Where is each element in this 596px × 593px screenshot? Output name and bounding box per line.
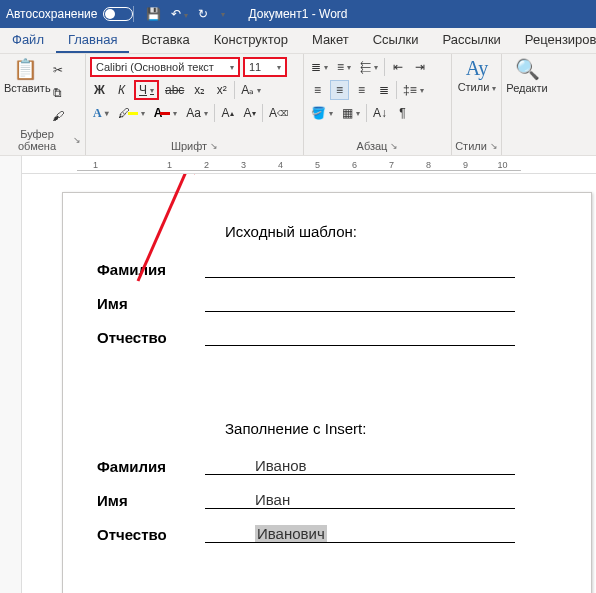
shading-icon[interactable]: 🪣▾ — [308, 103, 336, 123]
font-size-combo[interactable]: 11▾ — [243, 57, 287, 77]
tab-mailings[interactable]: Рассылки — [430, 28, 512, 53]
field-firstname-blank: Имя — [97, 292, 561, 312]
change-case-icon[interactable]: Aa▾ — [183, 103, 211, 123]
multilevel-icon[interactable]: ⬱▾ — [357, 57, 381, 77]
styles-label: Стили — [458, 81, 490, 93]
tab-home[interactable]: Главная — [56, 28, 129, 53]
ruler-mark: 3 — [225, 160, 262, 170]
label-firstname: Имя — [97, 492, 205, 509]
group-font: Calibri (Основной текст▾ 11▾ Ж К Ч▾ abc … — [86, 54, 304, 155]
autosave-label: Автосохранение — [6, 7, 97, 21]
styles-icon: Ay — [456, 57, 498, 80]
dialog-launcher-icon[interactable]: ↘ — [390, 141, 398, 151]
indent-left-icon[interactable]: ⇤ — [388, 57, 407, 77]
undo-icon[interactable]: ↶▾ — [171, 7, 188, 21]
align-right-icon[interactable]: ≡ — [352, 80, 371, 100]
cut-icon[interactable]: ✂ — [48, 60, 67, 80]
justify-icon[interactable]: ≣ — [374, 80, 393, 100]
dialog-launcher-icon[interactable]: ↘ — [490, 141, 498, 151]
ruler-mark: 2 — [188, 160, 225, 170]
label-lastname: Фамилия — [97, 458, 205, 475]
label-firstname: Имя — [97, 295, 205, 312]
font-family-combo[interactable]: Calibri (Основной текст▾ — [90, 57, 240, 77]
align-center-icon[interactable]: ≡ — [330, 80, 349, 100]
styles-button[interactable]: Ay Стили▾ — [456, 57, 498, 93]
clear-format-icon[interactable]: A⌫ — [266, 103, 291, 123]
page[interactable]: Исходный шаблон: Фамилия Имя Отчество За… — [62, 192, 592, 593]
superscript-button[interactable]: x² — [212, 80, 231, 100]
group-paragraph-label: Абзац — [357, 140, 388, 152]
toggle-switch[interactable] — [103, 7, 133, 21]
format-painter-icon[interactable]: 🖌 — [48, 106, 67, 126]
shrink-font-icon[interactable]: A▾ — [240, 103, 259, 123]
blank-line[interactable] — [205, 258, 515, 278]
highlight-color-icon[interactable]: 🖊▾ — [115, 103, 148, 123]
blank-line[interactable] — [205, 292, 515, 312]
vertical-ruler[interactable] — [0, 156, 22, 593]
tab-references[interactable]: Ссылки — [361, 28, 431, 53]
group-styles: Ay Стили▾ Стили↘ — [452, 54, 502, 155]
align-left-icon[interactable]: ≡ — [308, 80, 327, 100]
paste-label: Вставить — [4, 82, 51, 94]
tab-review[interactable]: Рецензиров — [513, 28, 596, 53]
clipboard-icon: 📋 — [4, 57, 46, 81]
tab-layout[interactable]: Макет — [300, 28, 361, 53]
group-paragraph: ≣▾ ≡▾ ⬱▾ ⇤ ⇥ ≡ ≡ ≡ ≣ ‡≡▾ 🪣▾ ▦▾ A↓ ¶ — [304, 54, 452, 155]
subscript-button[interactable]: x₂ — [190, 80, 209, 100]
paste-button[interactable]: 📋 Вставить▾ — [4, 57, 46, 94]
field-firstname: Имя Иван — [97, 489, 561, 509]
workspace: 1 1 2 3 4 5 6 7 8 9 10 Исходный шаблон: … — [0, 156, 596, 593]
ruler-mark: 8 — [410, 160, 447, 170]
bold-button[interactable]: Ж — [90, 80, 109, 100]
font-color-icon[interactable]: A▾ — [151, 103, 181, 123]
show-marks-icon[interactable]: ¶ — [393, 103, 412, 123]
tab-file[interactable]: Файл — [0, 28, 56, 53]
bullets-icon[interactable]: ≣▾ — [308, 57, 331, 77]
value-lastname[interactable]: Иванов — [205, 455, 515, 475]
sort-icon[interactable]: A↓ — [370, 103, 390, 123]
grow-font-icon[interactable]: A▴ — [218, 103, 237, 123]
italic-button[interactable]: К — [112, 80, 131, 100]
redo-icon[interactable]: ↻ — [198, 7, 208, 21]
ribbon-tabs: Файл Главная Вставка Конструктор Макет С… — [0, 28, 596, 54]
field-lastname-blank: Фамилия — [97, 258, 561, 278]
ruler-mark: 1 — [77, 160, 114, 170]
label-lastname: Фамилия — [97, 261, 205, 278]
save-icon[interactable]: 💾 — [146, 7, 161, 21]
autosave-toggle[interactable]: Автосохранение — [6, 7, 133, 21]
titlebar: Автосохранение 💾 ↶▾ ↻ ▾ Документ1 - Word — [0, 0, 596, 28]
value-patronymic[interactable]: Иванович — [205, 523, 515, 543]
indent-right-icon[interactable]: ⇥ — [410, 57, 429, 77]
numbering-icon[interactable]: ≡▾ — [334, 57, 354, 77]
copy-icon[interactable]: ⧉ — [48, 83, 67, 103]
underline-button[interactable]: Ч▾ — [134, 80, 159, 100]
strike-button[interactable]: abc — [162, 80, 187, 100]
blank-line[interactable] — [205, 326, 515, 346]
qat-more-icon[interactable]: ▾ — [221, 10, 225, 19]
editing-label: Редакти — [506, 82, 547, 94]
document-area[interactable]: Исходный шаблон: Фамилия Имя Отчество За… — [22, 174, 596, 593]
value-firstname[interactable]: Иван — [205, 489, 515, 509]
section1-title: Исходный шаблон: — [225, 223, 561, 240]
ruler-mark: 4 — [262, 160, 299, 170]
dialog-launcher-icon[interactable]: ↘ — [73, 135, 81, 145]
text-effect-a-icon[interactable]: A▾ — [90, 103, 112, 123]
borders-icon[interactable]: ▦▾ — [339, 103, 363, 123]
tab-insert[interactable]: Вставка — [129, 28, 201, 53]
text-effects-icon[interactable]: Aₐ▾ — [238, 80, 264, 100]
group-font-label: Шрифт — [171, 140, 207, 152]
label-patronymic: Отчество — [97, 329, 205, 346]
editing-button[interactable]: 🔍 Редакти — [506, 57, 548, 94]
ruler-mark: 10 — [484, 160, 521, 170]
label-patronymic: Отчество — [97, 526, 205, 543]
ruler-mark: 1 — [151, 160, 188, 170]
selected-text: Иванович — [255, 525, 327, 542]
horizontal-ruler[interactable]: 1 1 2 3 4 5 6 7 8 9 10 — [22, 156, 596, 174]
tab-design[interactable]: Конструктор — [202, 28, 300, 53]
section2-title: Заполнение с Insert: — [225, 420, 561, 437]
dialog-launcher-icon[interactable]: ↘ — [210, 141, 218, 151]
line-spacing-icon[interactable]: ‡≡▾ — [400, 80, 427, 100]
ruler-mark: 5 — [299, 160, 336, 170]
group-editing: 🔍 Редакти — [502, 54, 556, 155]
ribbon: 📋 Вставить▾ ✂ ⧉ 🖌 Буфер обмена↘ Calibri … — [0, 54, 596, 156]
